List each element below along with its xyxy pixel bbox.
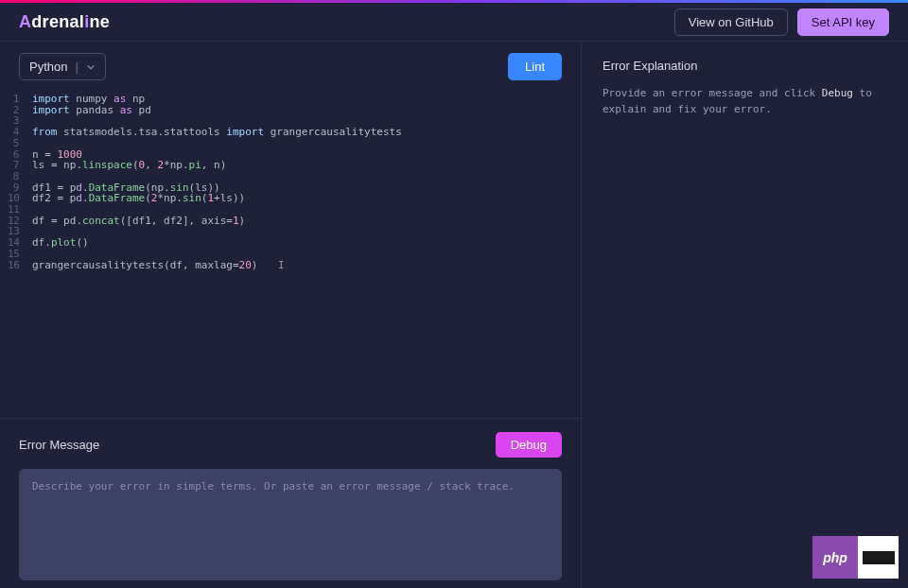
code-content: df2 = pd.DataFrame(2*np.sin(1+ls))	[32, 193, 245, 204]
code-content: df.plot()	[32, 237, 89, 249]
topbar-actions: View on GitHub Set API key	[674, 9, 889, 36]
line-number: 16	[8, 260, 32, 271]
php-badge-bar	[863, 551, 895, 564]
code-line[interactable]: 16grangercausalitytests(df, maxlag=20)I	[8, 260, 581, 271]
code-line[interactable]: 10df2 = pd.DataFrame(2*np.sin(1+ls))	[8, 193, 581, 204]
error-explanation-title: Error Explanation	[602, 59, 887, 73]
left-column: Python | Lint 1import numpy as np2import…	[0, 42, 582, 588]
debug-button[interactable]: Debug	[496, 432, 562, 458]
code-line[interactable]: 14df.plot()	[8, 237, 581, 249]
topbar: Adrenaline View on GitHub Set API key	[0, 3, 908, 42]
right-column: Error Explanation Provide an error messa…	[582, 42, 908, 588]
line-number: 7	[8, 160, 32, 171]
error-header: Error Message Debug	[19, 432, 562, 458]
brand-logo: Adrenaline	[19, 12, 110, 32]
code-content: ls = np.linspace(0, 2*np.pi, n)	[32, 160, 226, 171]
line-number: 11	[8, 204, 32, 216]
php-badge-right	[858, 536, 899, 579]
main-columns: Python | Lint 1import numpy as np2import…	[0, 42, 908, 588]
line-number: 1	[8, 94, 32, 105]
line-number: 15	[8, 249, 32, 260]
select-divider: |	[75, 60, 78, 74]
lint-button[interactable]: Lint	[508, 53, 562, 80]
error-message-section: Error Message Debug	[0, 418, 581, 588]
app-shell: Adrenaline View on GitHub Set API key Py…	[0, 3, 908, 588]
code-line[interactable]: 13	[8, 226, 581, 237]
code-content: from statsmodels.tsa.stattools import gr…	[32, 127, 402, 138]
brand-end: ne	[89, 12, 110, 31]
language-label: Python	[29, 60, 67, 74]
code-header: Python | Lint	[0, 42, 581, 90]
brand-letter-a: A	[19, 12, 31, 31]
chevron-down-icon	[86, 62, 96, 72]
code-line[interactable]: 12df = pd.concat([df1, df2], axis=1)	[8, 216, 581, 227]
line-number: 6	[8, 149, 32, 161]
code-content: grangercausalitytests(df, maxlag=20)	[32, 260, 257, 271]
view-github-button[interactable]: View on GitHub	[674, 9, 788, 36]
set-api-key-button[interactable]: Set API key	[797, 9, 889, 36]
code-line[interactable]: 4from statsmodels.tsa.stattools import g…	[8, 127, 581, 138]
code-content: import pandas as pd	[32, 105, 151, 116]
php-badge-text: php	[812, 536, 858, 579]
line-number: 2	[8, 105, 32, 116]
code-editor[interactable]: 1import numpy as np2import pandas as pd3…	[0, 90, 581, 418]
php-badge: php	[812, 536, 899, 579]
brand-mid: drenal	[31, 12, 84, 31]
line-number: 8	[8, 171, 32, 182]
code-content: df = pd.concat([df1, df2], axis=1)	[32, 216, 245, 227]
explain-highlight: Debug	[822, 87, 853, 99]
text-cursor-icon: I	[276, 260, 286, 271]
code-line[interactable]: 7ls = np.linspace(0, 2*np.pi, n)	[8, 160, 581, 171]
code-line[interactable]: 2import pandas as pd	[8, 105, 581, 116]
error-input[interactable]	[19, 469, 562, 580]
code-line[interactable]: 5	[8, 138, 581, 149]
language-select[interactable]: Python |	[19, 53, 106, 80]
line-number: 4	[8, 127, 32, 138]
line-number: 5	[8, 138, 32, 149]
line-number: 3	[8, 115, 32, 127]
explain-pre: Provide an error message and click	[602, 87, 822, 99]
error-explanation-body: Provide an error message and click Debug…	[602, 86, 887, 117]
error-message-title: Error Message	[19, 438, 99, 452]
